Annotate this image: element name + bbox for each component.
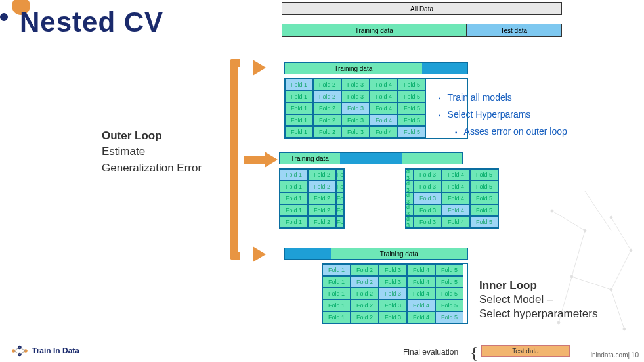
fold-cell: Fold 2	[351, 276, 379, 288]
fold-cell: Fold 5	[398, 102, 426, 114]
fold-cell: Fold 2	[308, 169, 336, 181]
fold-cell: Fold 3	[341, 79, 370, 91]
fold-cell: Fold 1	[280, 216, 308, 228]
fold-cell: Fold 5	[398, 126, 426, 138]
fold-cell: Fold 1	[285, 114, 313, 126]
fold-cell: Fold 1	[322, 311, 351, 323]
outer-loop-label: Outer Loop Estimate Generalization Error	[102, 129, 202, 175]
fold-cell: Fold 3	[414, 216, 442, 228]
decoration-circle-blue	[0, 13, 8, 21]
fold-cell: Fold 4	[370, 114, 398, 126]
fold-cell: Fold 1	[280, 181, 308, 192]
fold-cell: Fold 2	[313, 114, 341, 126]
inner-train-label: Training data	[334, 65, 372, 72]
fold-cell: Fold 3	[379, 311, 407, 323]
fold-cell: Fold 5	[435, 288, 463, 300]
fold-cell: Fold 2	[313, 126, 341, 138]
fold-cell-partial: d 3	[406, 181, 414, 192]
svg-line-13	[611, 250, 631, 290]
fold-cell: Fold 3	[379, 300, 407, 311]
svg-point-20	[570, 275, 573, 278]
fold-cell: Fold 3	[341, 102, 370, 114]
fold-cell: Fold 2	[351, 288, 379, 300]
brace-icon: {	[470, 343, 478, 362]
fold-cell: Fold 5	[435, 300, 463, 311]
fold-cell-partial: d 3	[406, 169, 414, 181]
svg-point-23	[623, 328, 626, 330]
outer-loop-heading: Outer Loop	[102, 129, 202, 143]
fold-cell: Fold 5	[470, 169, 498, 181]
fold-cell: Fold 5	[470, 181, 498, 192]
fold-cell: Fold 3	[341, 114, 370, 126]
fold-cell: Fold 3	[379, 264, 407, 276]
fold-cell: Fold 2	[313, 79, 341, 91]
outer-loop-sub1: Estimate	[102, 145, 202, 159]
svg-point-16	[551, 210, 553, 212]
fold-cell: Fold 5	[398, 91, 426, 102]
fold-cell: Fold 2	[308, 181, 336, 192]
arrow-icon	[265, 152, 278, 168]
arrow-icon	[253, 246, 266, 262]
svg-point-3	[24, 349, 28, 353]
fold-cell: Fold 4	[370, 102, 398, 114]
fold-cell: Fold 4	[407, 300, 435, 311]
svg-line-15	[611, 290, 624, 329]
bullet-list: Train all models Select Hyperparams Asse…	[439, 92, 567, 143]
fold-cell: Fold 4	[442, 181, 470, 192]
svg-point-21	[610, 288, 612, 291]
fold-cell: Fold 4	[370, 79, 398, 91]
fold-cell: Fold 2	[351, 311, 379, 323]
fold-cell: Fold 4	[442, 204, 470, 216]
fold-cell-partial: Fo	[336, 204, 344, 216]
logo: Train In Data	[10, 344, 79, 358]
fold-cell: Fold 2	[308, 216, 336, 228]
fold-cell: Fold 5	[435, 311, 463, 323]
outer-loop-sub2: Generalization Error	[102, 161, 202, 175]
svg-point-19	[630, 249, 632, 252]
fold-cell: Fold 1	[285, 91, 313, 102]
fold-cell-partial: d 3	[406, 204, 414, 216]
fold-cell-partial: d 3	[406, 216, 414, 228]
test-data-label: Test data	[500, 27, 527, 34]
final-eval-label: Final evaluation	[403, 348, 458, 357]
svg-point-18	[610, 216, 612, 219]
fold-cell: Fold 5	[398, 114, 426, 126]
network-decoration	[539, 191, 644, 336]
bullet-select: Select Hyperparams	[439, 109, 567, 120]
fold-cell: Fold 1	[322, 276, 351, 288]
fold-cell: Fold 1	[322, 264, 351, 276]
fold-cell: Fold 5	[435, 264, 463, 276]
fold-cell: Fold 2	[351, 300, 379, 311]
footer-text: inindata.com| 10	[591, 351, 639, 359]
fold-cell: Fold 4	[407, 311, 435, 323]
bullet-asses: Asses error on outer loop	[455, 126, 567, 137]
fold-cell: Fold 3	[379, 288, 407, 300]
svg-point-22	[557, 321, 560, 324]
fold-cell: Fold 3	[341, 126, 370, 138]
fold-cell: Fold 2	[351, 264, 379, 276]
fold-cell: Fold 3	[414, 169, 442, 181]
fold-cell: Fold 5	[435, 276, 463, 288]
fold-cell: Fold 5	[470, 216, 498, 228]
slide-title: Nested CV	[20, 7, 163, 38]
fold-cell-partial: d 3	[406, 192, 414, 204]
fold-cell: Fold 1	[322, 300, 351, 311]
fold-cell: Fold 1	[285, 102, 313, 114]
svg-line-9	[585, 191, 611, 231]
svg-line-6	[20, 348, 26, 351]
svg-line-4	[14, 348, 20, 351]
fold-cell: Fold 4	[370, 126, 398, 138]
fold-cell: Fold 4	[442, 169, 470, 181]
svg-line-8	[552, 211, 585, 231]
fold-cell: Fold 2	[308, 204, 336, 216]
fold-cell-partial: Fo	[336, 181, 344, 192]
fold-cell: Fold 2	[313, 91, 341, 102]
fold-cell: Fold 1	[280, 204, 308, 216]
fold-cell: Fold 4	[370, 91, 398, 102]
fold-cell: Fold 3	[414, 192, 442, 204]
fold-cell-partial: Fo	[336, 192, 344, 204]
training-data-label: Training data	[355, 27, 393, 34]
fold-cell: Fold 1	[322, 288, 351, 300]
fold-cell: Fold 3	[414, 204, 442, 216]
svg-line-10	[611, 217, 631, 250]
